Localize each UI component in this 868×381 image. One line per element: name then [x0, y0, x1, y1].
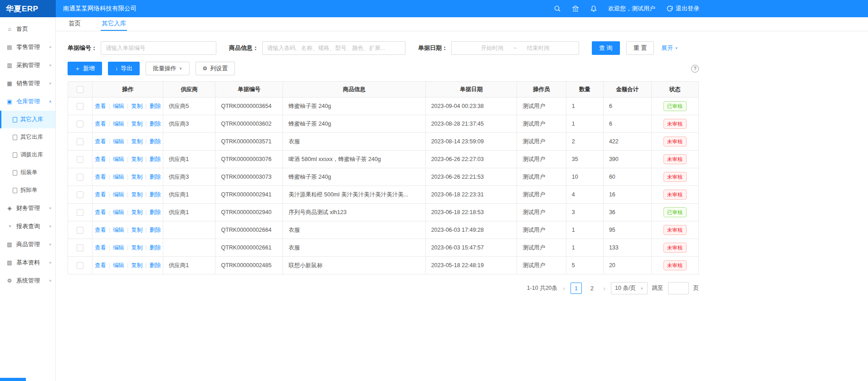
row-action-copy[interactable]: 复制 — [131, 174, 142, 180]
help-icon[interactable]: ? — [691, 65, 699, 73]
query-button[interactable]: 查 询 — [592, 41, 620, 55]
row-action-view[interactable]: 查看 — [95, 121, 106, 127]
sidebar-item-2[interactable]: ▥采购管理∨ — [0, 56, 55, 74]
logout-button[interactable]: 退出登录 — [666, 5, 699, 13]
row-action-edit[interactable]: 编辑 — [113, 244, 124, 251]
row-action-edit[interactable]: 编辑 — [113, 262, 124, 269]
export-button[interactable]: ↓ 导出 — [108, 62, 140, 75]
row-action-copy[interactable]: 复制 — [131, 209, 142, 215]
row-action-delete[interactable]: 删除 — [150, 262, 161, 269]
row-action-view[interactable]: 查看 — [95, 262, 106, 269]
row-checkbox[interactable] — [77, 138, 83, 145]
row-action-edit[interactable]: 编辑 — [113, 138, 124, 145]
row-action-edit[interactable]: 编辑 — [113, 209, 124, 215]
row-action-copy[interactable]: 复制 — [131, 227, 142, 233]
row-action-copy[interactable]: 复制 — [131, 103, 142, 109]
add-button[interactable]: ＋ 新增 — [68, 62, 102, 75]
sidebar-item-8[interactable]: ▨基本资料∨ — [0, 254, 55, 272]
export-label: 导出 — [121, 64, 132, 73]
row-action-edit[interactable]: 编辑 — [113, 121, 124, 127]
product-info-input[interactable] — [262, 41, 405, 55]
row-action-delete[interactable]: 删除 — [150, 191, 161, 198]
row-checkbox[interactable] — [77, 174, 83, 181]
app-logo[interactable]: 华夏ERP — [0, 0, 56, 17]
row-action-view[interactable]: 查看 — [95, 103, 106, 109]
page-size-select[interactable]: 10 条/页 ∨ — [611, 282, 647, 294]
date-range-input[interactable]: 开始时间 ~ 结束时间 — [451, 41, 579, 55]
row-checkbox[interactable] — [77, 227, 83, 234]
cell-status: 已审核 — [651, 98, 698, 115]
doc-no-input[interactable] — [101, 41, 216, 55]
row-action-copy[interactable]: 复制 — [131, 121, 142, 127]
row-action-view[interactable]: 查看 — [95, 174, 106, 180]
tab-1[interactable]: 其它入库 — [101, 17, 127, 31]
search-icon[interactable] — [554, 5, 561, 12]
row-action-delete[interactable]: 删除 — [150, 121, 161, 127]
row-action-copy[interactable]: 复制 — [131, 262, 142, 269]
row-action-view[interactable]: 查看 — [95, 138, 106, 145]
sidebar-collapse-strip[interactable] — [0, 378, 26, 381]
tab-0[interactable]: 首页 — [68, 17, 82, 31]
sidebar-item-4[interactable]: ▣仓库管理∧ — [0, 93, 55, 111]
bell-icon[interactable] — [590, 5, 597, 12]
select-all-checkbox[interactable] — [77, 86, 83, 93]
sidebar-subitem-4[interactable]: 拆卸单 — [0, 181, 55, 199]
sidebar-subitem-1[interactable]: 其它出库 — [0, 128, 55, 146]
sidebar-submenu: 其它入库其它出库调拨出库组装单拆卸单 — [0, 111, 55, 199]
row-action-delete[interactable]: 删除 — [150, 174, 161, 180]
row-action-delete[interactable]: 删除 — [150, 138, 161, 145]
row-action-view[interactable]: 查看 — [95, 191, 106, 198]
row-action-copy[interactable]: 复制 — [131, 156, 142, 162]
row-action-delete[interactable]: 删除 — [150, 244, 161, 251]
batch-operations-button[interactable]: 批量操作 ∨ — [146, 62, 190, 75]
next-page-button[interactable]: › — [602, 284, 606, 292]
row-checkbox[interactable] — [77, 262, 83, 269]
row-action-delete[interactable]: 删除 — [150, 209, 161, 215]
row-action-edit[interactable]: 编辑 — [113, 103, 124, 109]
jump-label: 跳至 — [652, 284, 663, 292]
expand-link[interactable]: 展开 ∨ — [661, 44, 678, 52]
row-action-delete[interactable]: 删除 — [150, 103, 161, 109]
sidebar-subitem-2[interactable]: 调拨出库 — [0, 146, 55, 164]
sidebar-item-3[interactable]: ▦销售管理∨ — [0, 74, 55, 93]
bank-icon[interactable] — [572, 5, 579, 12]
sidebar: ⌂首页▤零售管理∨▥采购管理∨▦销售管理∨▣仓库管理∧其它入库其它出库调拨出库组… — [0, 17, 56, 381]
action-separator: | — [127, 227, 128, 233]
row-action-copy[interactable]: 复制 — [131, 191, 142, 198]
sidebar-subitem-3[interactable]: 组装单 — [0, 164, 55, 181]
row-checkbox[interactable] — [77, 103, 83, 110]
row-action-delete[interactable]: 删除 — [150, 227, 161, 233]
prev-page-button[interactable]: ‹ — [562, 284, 566, 292]
sidebar-item-7[interactable]: ▧商品管理∨ — [0, 235, 55, 254]
row-checkbox[interactable] — [77, 121, 83, 127]
row-action-view[interactable]: 查看 — [95, 227, 106, 233]
row-action-copy[interactable]: 复制 — [131, 244, 142, 251]
row-checkbox[interactable] — [77, 209, 83, 216]
jump-page-input[interactable] — [668, 282, 689, 294]
sidebar-item-1[interactable]: ▤零售管理∨ — [0, 38, 55, 56]
row-action-view[interactable]: 查看 — [95, 156, 106, 162]
row-action-edit[interactable]: 编辑 — [113, 174, 124, 180]
row-checkbox[interactable] — [77, 244, 83, 251]
sidebar-item-5[interactable]: ◈财务管理∨ — [0, 199, 55, 217]
row-checkbox[interactable] — [77, 191, 83, 198]
row-action-view[interactable]: 查看 — [95, 244, 106, 251]
cell-supplier: 供应商3 — [163, 115, 215, 133]
sidebar-item-6[interactable]: ◔报表查询∨ — [0, 217, 55, 235]
action-separator: | — [127, 138, 128, 145]
row-action-edit[interactable]: 编辑 — [113, 156, 124, 162]
row-action-view[interactable]: 查看 — [95, 209, 106, 215]
row-action-delete[interactable]: 删除 — [150, 156, 161, 162]
row-action-edit[interactable]: 编辑 — [113, 227, 124, 233]
sidebar-subitem-0[interactable]: 其它入库 — [0, 111, 55, 128]
page-button-2[interactable]: 2 — [586, 283, 598, 294]
row-checkbox[interactable] — [77, 156, 83, 163]
sidebar-item-0[interactable]: ⌂首页 — [0, 20, 55, 38]
column-settings-button[interactable]: ⚙ 列设置 — [195, 62, 235, 75]
page-button-1[interactable]: 1 — [571, 283, 582, 294]
sidebar-item-9[interactable]: ⚙系统管理∨ — [0, 272, 55, 290]
row-action-copy[interactable]: 复制 — [131, 138, 142, 145]
reset-button[interactable]: 重 置 — [626, 41, 654, 55]
row-action-edit[interactable]: 编辑 — [113, 191, 124, 198]
main-content: 首页其它入库 单据编号： 商品信息： 单据日期： 开始时间 ~ 结束时间 查 询… — [56, 17, 868, 381]
